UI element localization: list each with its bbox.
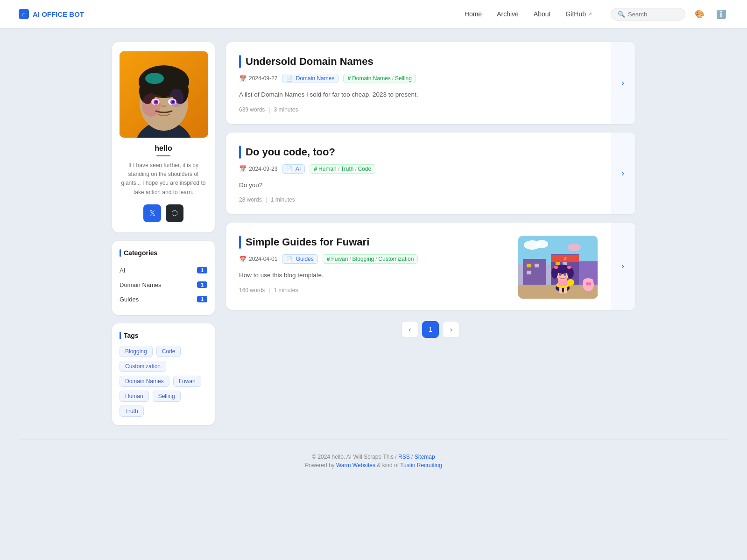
post-date-3: 📅 2024-04-01 [239,256,277,263]
sidebar-tags: Tags Blogging Code Customization Domain … [112,323,215,425]
twitter-button[interactable]: 𝕏 [143,204,161,222]
search-icon: 🔍 [618,11,625,18]
svg-point-38 [567,279,574,286]
page-1-button[interactable]: 1 [422,321,439,338]
prev-page-button[interactable]: ‹ [402,321,418,338]
svg-point-46 [564,273,566,276]
hash-icon: # [347,75,351,82]
svg-point-51 [588,282,591,285]
post-tags-1[interactable]: # Domain Names / Selling [343,74,416,83]
post-title-1: Undersold Domain Names [239,55,598,68]
svg-point-41 [551,267,558,279]
nav-logo-text: AI OFFICE BOT [33,10,84,18]
post-stats-3: 160 words | 1 minutes [239,287,509,294]
nav-home[interactable]: Home [465,10,482,18]
tag-fuwari[interactable]: Fuwari [173,376,201,387]
post-tags-2[interactable]: # Human / Truth / Code [310,164,375,174]
tags-title: Tags [120,332,207,339]
post-title-3: Simple Guides for Fuwari [239,236,509,249]
post-title-2: Do you code, too? [239,146,598,159]
twitter-icon: 𝕏 [149,209,155,217]
tag-truth[interactable]: Truth [120,406,144,417]
search-input[interactable] [628,11,678,18]
post-date-2: 📅 2024-09-23 [239,165,277,172]
post-arrow-3[interactable]: › [611,223,635,310]
nav-logo[interactable]: ⌂ AI OFFICE BOT [19,9,84,19]
post-excerpt-2: Do you? [239,180,598,190]
post-excerpt-1: A list of Domain Names I sold for far to… [239,90,598,100]
category-item[interactable]: AI 1 [120,263,207,278]
post-meta-1: 📅 2024-09-27 📄 Domain Names # Domain Nam… [239,74,598,83]
pagination: ‹ 1 › [226,321,635,338]
tag-code[interactable]: Code [156,346,181,357]
calendar-icon: 📅 [239,75,247,82]
svg-point-7 [145,73,164,84]
search-box[interactable]: 🔍 [611,8,685,21]
category-item[interactable]: Domain Names 1 [120,278,207,292]
svg-point-43 [554,266,558,269]
post-title-accent [239,55,241,68]
post-arrow-2[interactable]: › [611,133,635,215]
post-card-body-3: Simple Guides for Fuwari 📅 2024-04-01 📄 … [239,236,509,299]
sitemap-link[interactable]: Sitemap [415,454,435,460]
svg-point-42 [567,267,574,279]
info-icon-button[interactable]: ℹ️ [713,7,728,21]
sidebar: hello If I have seen further, it is by s… [112,42,215,425]
avatar [120,51,208,138]
tag-selling[interactable]: Selling [153,391,181,402]
tag-human[interactable]: Human [120,391,149,402]
main-content: Undersold Domain Names 📅 2024-09-27 📄 Do… [226,42,635,425]
github-icon: ⬡ [171,209,178,217]
post-card-1: Undersold Domain Names 📅 2024-09-27 📄 Do… [226,42,635,124]
calendar-icon-3: 📅 [239,256,247,263]
svg-rect-25 [535,264,539,267]
post-image-3: 店 [518,236,598,299]
post-stats-1: 639 words | 3 minutes [239,106,598,113]
post-category-3[interactable]: 📄 Guides [282,254,317,264]
footer: © 2024 hello. AI Will Scrape This / RSS … [19,439,728,489]
svg-point-18 [535,240,548,248]
post-meta-3: 📅 2024-04-01 📄 Guides # Fuwari / Bloggin… [239,254,509,264]
profile-bio: If I have seen further, it is by standin… [120,161,207,197]
nav-github[interactable]: GitHub ↗ [565,10,592,18]
rss-link[interactable]: RSS [398,454,410,460]
home-icon: ⌂ [19,9,29,19]
sidebar-profile: hello If I have seen further, it is by s… [112,42,215,232]
anime-illustration: 店 [518,236,598,299]
tustin-link[interactable]: Tustin Recruiting [400,462,442,469]
category-item[interactable]: Guides 1 [120,292,207,307]
footer-line-1: © 2024 hello. AI Will Scrape This / RSS … [19,454,728,460]
post-arrow-1[interactable]: › [611,42,635,124]
post-date-1: 📅 2024-09-27 [239,75,277,82]
palette-icon-button[interactable]: 🎨 [692,7,707,21]
nav-archive[interactable]: Archive [497,10,519,18]
tags-list: Blogging Code Customization Domain Names… [120,346,207,417]
post-tags-3[interactable]: # Fuwari / Blogging / Customization [323,254,418,264]
post-excerpt-3: How to use this blog template. [239,270,509,280]
tag-customization[interactable]: Customization [120,361,166,372]
post-card-body-1: Undersold Domain Names 📅 2024-09-27 📄 Do… [239,55,598,113]
svg-rect-28 [563,261,567,265]
calendar-icon-2: 📅 [239,165,247,172]
profile-underline [156,155,170,156]
svg-rect-26 [527,271,531,274]
hash-icon-3: # [327,256,330,262]
navbar: ⌂ AI OFFICE BOT Home Archive About GitHu… [0,0,747,28]
warm-websites-link[interactable]: Warm Websites [336,462,375,469]
svg-point-44 [567,266,571,269]
tag-domain-names[interactable]: Domain Names [120,376,169,387]
sidebar-categories: Categories AI 1 Domain Names 1 Guides 1 [112,241,215,315]
post-stats-2: 28 words | 1 minutes [239,196,598,203]
post-category-1[interactable]: 📄 Domain Names [282,74,338,83]
external-link-icon: ↗ [588,11,592,17]
post-category-2[interactable]: 📄 AI [282,164,305,174]
github-social-button[interactable]: ⬡ [166,204,183,222]
post-card-2: Do you code, too? 📅 2024-09-23 📄 AI # Hu… [226,133,635,215]
nav-about[interactable]: About [534,10,551,18]
next-page-button[interactable]: › [443,321,459,338]
profile-name: hello [120,144,207,153]
svg-point-15 [169,89,183,107]
profile-social: 𝕏 ⬡ [120,204,207,222]
footer-line-2: Powered by Warm Websites & kind of Tusti… [19,462,728,469]
tag-blogging[interactable]: Blogging [120,346,153,357]
